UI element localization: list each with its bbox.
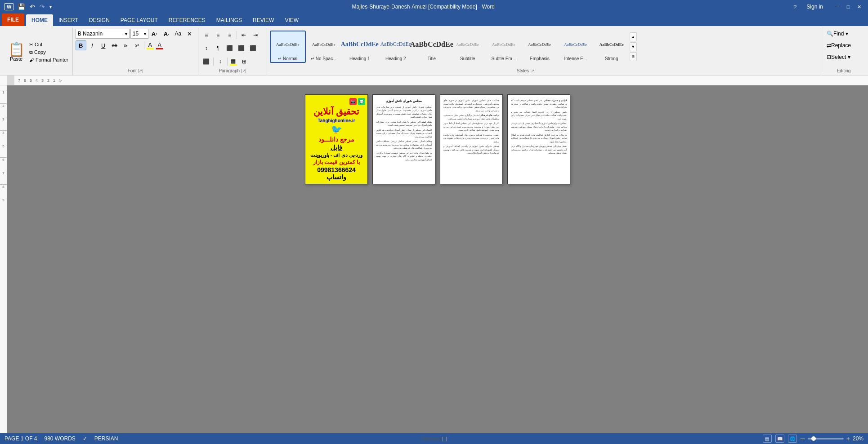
style-heading2[interactable]: AaBbCcDdEe Heading 2 [378, 31, 414, 63]
page2-border [372, 94, 435, 184]
styles-group: AaBbCcDdEe ↵ Normal AaBbCcDdEe ↵ No Spac… [267, 28, 821, 75]
align-center-button[interactable]: ⬛ [236, 43, 247, 53]
font-shrink-button[interactable]: A- [161, 29, 172, 39]
tab-review[interactable]: REVIEW [247, 14, 279, 26]
style-intense-em[interactable]: AaBbCcDdEe Intense E... [558, 31, 594, 63]
font-size-input[interactable]: 15 ▾ [130, 29, 148, 39]
select-button[interactable]: ⊡ Select ▾ [824, 52, 853, 62]
tab-insert[interactable]: INSERT [53, 14, 84, 26]
font-name-input[interactable]: B Nazanin ▾ [76, 29, 130, 39]
style-strong[interactable]: AaBbCcDdEe Strong [594, 31, 630, 63]
clipboard-expand[interactable]: ↗ [442, 437, 447, 441]
cut-icon: ✂ [29, 42, 33, 48]
tab-references[interactable]: REFERENCES [163, 14, 211, 26]
page3-border [440, 94, 503, 184]
replace-button[interactable]: ⇄ Replace [824, 40, 854, 50]
underline-button[interactable]: U [98, 40, 109, 50]
increase-indent-button[interactable]: ⇥ [250, 30, 261, 40]
page-1[interactable]: 📷 💬 تحقیق آنلاین Tahghighonline.ir 🐦 مرج… [305, 94, 368, 184]
clear-formatting-button[interactable]: ✕ [184, 29, 195, 39]
format-painter-button[interactable]: 🖌 Format Painter [28, 57, 70, 63]
superscript-button[interactable]: x² [132, 40, 143, 50]
align-right-button[interactable]: ⬛ [248, 43, 259, 53]
page-2[interactable]: مجلس شورای دانش آموزی مجلس شورای دانش آم… [372, 94, 435, 184]
text-highlight-color[interactable]: A [146, 41, 155, 50]
justify-button[interactable]: ⬛ [201, 57, 212, 67]
ruler: 7 6 5 4 3 2 1 ▷ [0, 75, 868, 85]
bullets-button[interactable]: ≡ [201, 30, 212, 40]
style-subtitle-preview: AaBbCcDdEe [456, 32, 479, 56]
style-subtle-em-label: Subtle Em... [492, 56, 516, 61]
styles-more-button[interactable]: ⊞ [630, 52, 637, 61]
paragraph-expand-button[interactable]: ↗ [242, 69, 246, 73]
style-subtle-em[interactable]: AaBbCcDdEe Subtle Em... [486, 31, 522, 63]
decrease-indent-button[interactable]: ⇤ [238, 30, 249, 40]
ribbon-tabs: FILE HOME INSERT DESIGN PAGE LAYOUT REFE… [0, 13, 868, 26]
signin-button[interactable]: Sign in [806, 4, 823, 10]
subscript-button[interactable]: x₂ [121, 40, 131, 50]
show-marks-button[interactable]: ¶ [213, 43, 224, 53]
title-bar: W 💾 ↶ ↷ ▾ Majles-Shuraye-Danesh-Amuzi [C… [0, 0, 868, 13]
minimize-button[interactable]: ─ [833, 2, 842, 11]
font-group: B Nazanin ▾ 15 ▾ A+ A- Aa ✕ B I U ab x₂ … [73, 28, 198, 75]
page-3[interactable]: فعالیت های مجلس شورای دانش آموزی در حوزه… [440, 94, 503, 184]
style-title[interactable]: AaBbCcDdEe Title [414, 31, 450, 63]
tab-view[interactable]: VIEW [279, 14, 304, 26]
strikethrough-button[interactable]: ab [109, 40, 120, 50]
qat-save[interactable]: 💾 [16, 3, 27, 11]
tab-mailings[interactable]: MAILINGS [211, 14, 247, 26]
close-button[interactable]: ✕ [855, 2, 864, 11]
style-heading1[interactable]: AaBbCcDdEe Heading 1 [342, 31, 378, 63]
change-case-button[interactable]: Aa [173, 29, 183, 39]
multilevel-list-button[interactable]: ≡ [224, 30, 235, 40]
style-title-preview: AaBbCcDdEe [410, 32, 453, 56]
vertical-ruler: 1 2 3 4 5 6 7 8 9 [0, 85, 7, 433]
style-normal-preview: AaBbCcDdEe [276, 32, 300, 56]
align-left-button[interactable]: ⬛ [224, 43, 235, 53]
copy-button[interactable]: ⧉ Copy [28, 49, 70, 56]
borders-button[interactable]: ⊞ [239, 57, 250, 67]
qat-undo[interactable]: ↶ [28, 3, 36, 11]
font-expand-button[interactable]: ↗ [139, 69, 143, 73]
document-canvas[interactable]: 📷 💬 تحقیق آنلاین Tahghighonline.ir 🐦 مرج… [7, 85, 868, 433]
paste-icon: 📋 [8, 43, 25, 56]
qat-customize[interactable]: ▾ [48, 4, 53, 10]
clipboard-label: Clipboard ↗ [0, 436, 868, 442]
paste-button[interactable]: 📋 Paste [4, 29, 28, 75]
find-button[interactable]: 🔍 Find ▾ [824, 29, 851, 39]
style-no-spacing[interactable]: AaBbCcDdEe ↵ No Spac... [306, 31, 342, 63]
style-heading1-label: Heading 1 [349, 56, 370, 61]
help-button[interactable]: ? [793, 4, 796, 10]
page-4[interactable]: قوانین و مقررات مجلس: هر عضو مجلس موظف ا… [507, 94, 570, 184]
style-intense-em-label: Intense E... [564, 56, 587, 61]
numbering-button[interactable]: ≡ [213, 30, 224, 40]
zoom-slider[interactable] [808, 438, 844, 440]
font-color-button[interactable]: A [155, 41, 164, 50]
bold-button[interactable]: B [76, 40, 86, 50]
style-strong-label: Strong [605, 56, 618, 61]
styles-scroll-down[interactable]: ▼ [630, 42, 637, 51]
styles-scroll: ▲ ▼ ⊞ [630, 32, 637, 61]
shading-button[interactable]: ▦ [229, 58, 238, 66]
page4-border [507, 94, 570, 184]
style-emphasis-label: Emphasis [530, 56, 550, 61]
line-spacing-button[interactable]: ↕ [215, 57, 226, 67]
tab-home[interactable]: HOME [26, 14, 53, 26]
tab-page-layout[interactable]: PAGE LAYOUT [115, 14, 163, 26]
style-no-spacing-preview: AaBbCcDdEe [312, 32, 336, 56]
copy-icon: ⧉ [29, 49, 33, 55]
font-grow-button[interactable]: A+ [149, 29, 160, 39]
restore-button[interactable]: □ [844, 2, 853, 11]
sort-button[interactable]: ↕ [201, 43, 212, 53]
cut-button[interactable]: ✂ Cut [28, 41, 70, 48]
tab-file[interactable]: FILE [2, 13, 24, 26]
style-normal[interactable]: AaBbCcDdEe ↵ Normal [270, 31, 306, 63]
style-emphasis[interactable]: AaBbCcDdEe Emphasis [522, 31, 558, 63]
styles-expand-button[interactable]: ↗ [531, 69, 535, 73]
style-subtitle[interactable]: AaBbCcDdEe Subtitle [450, 31, 486, 63]
style-heading1-preview: AaBbCcDdEe [341, 32, 379, 56]
tab-design[interactable]: DESIGN [84, 14, 115, 26]
styles-scroll-up[interactable]: ▲ [630, 32, 637, 41]
italic-button[interactable]: I [87, 40, 98, 50]
qat-redo[interactable]: ↷ [38, 3, 46, 11]
